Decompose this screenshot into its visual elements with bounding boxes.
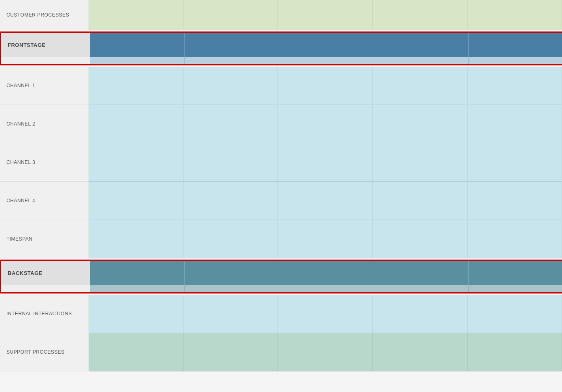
customer-processes-cell-2[interactable] [183, 0, 278, 30]
support-processes-cell-3[interactable] [278, 333, 373, 371]
backstage-sub-cell-5 [469, 285, 562, 292]
internal-interactions-cell-4[interactable] [373, 295, 467, 333]
customer-processes-cell-3[interactable] [278, 0, 373, 30]
frontstage-cell-5[interactable] [469, 33, 562, 57]
channel3-label: CHANNEL 3 [0, 143, 89, 182]
frontstage-section: FRONTSTAGE [0, 31, 562, 65]
channel1-cell-5[interactable] [467, 67, 562, 105]
timespan-label: TIMESPAN [0, 220, 89, 258]
internal-interactions-row: INTERNAL INTERACTIONS [0, 295, 562, 333]
backstage-sub-cell-1 [90, 285, 185, 292]
page-container: CUSTOMER PROCESSES FRONTSTAGE [0, 0, 562, 371]
channel3-text: CHANNEL 3 [6, 159, 35, 165]
frontstage-sub-cell-5 [469, 57, 562, 64]
frontstage-text: FRONTSTAGE [8, 42, 46, 48]
backstage-header-row: BACKSTAGE [1, 261, 562, 285]
channel1-row: CHANNEL 1 [0, 67, 562, 105]
channel2-label: CHANNEL 2 [0, 105, 89, 143]
frontstage-sub-cell-2 [185, 57, 279, 64]
channel2-row: CHANNEL 2 [0, 105, 562, 143]
support-processes-label: SUPPORT PROCESSES [0, 333, 89, 371]
channel4-cell-5[interactable] [467, 182, 562, 220]
backstage-cell-2[interactable] [185, 261, 279, 285]
timespan-cell-5[interactable] [467, 220, 562, 258]
channel4-cell-4[interactable] [373, 182, 467, 220]
internal-interactions-text: INTERNAL INTERACTIONS [6, 311, 72, 317]
channel2-cell-4[interactable] [373, 105, 467, 143]
channel4-cell-2[interactable] [183, 182, 278, 220]
channel3-cell-2[interactable] [183, 143, 278, 182]
channel2-cell-3[interactable] [278, 105, 373, 143]
channel2-cell-1[interactable] [89, 105, 183, 143]
support-processes-cell-2[interactable] [183, 333, 278, 371]
channel1-label: CHANNEL 1 [0, 67, 89, 105]
channel3-cell-3[interactable] [278, 143, 373, 182]
customer-processes-cell-4[interactable] [373, 0, 467, 30]
support-processes-row: SUPPORT PROCESSES [0, 333, 562, 371]
customer-processes-row: CUSTOMER PROCESSES [0, 0, 562, 30]
backstage-sub-cell-2 [185, 285, 279, 292]
channel3-cell-4[interactable] [373, 143, 467, 182]
channel1-cell-2[interactable] [183, 67, 278, 105]
frontstage-sub-cell-4 [374, 57, 469, 64]
timespan-cell-1[interactable] [89, 220, 183, 258]
backstage-sub-cell-4 [374, 285, 469, 292]
frontstage-cell-4[interactable] [374, 33, 469, 57]
backstage-section: BACKSTAGE [0, 260, 562, 293]
channel3-cell-5[interactable] [467, 143, 562, 182]
backstage-sub-label [1, 285, 90, 292]
channel1-text: CHANNEL 1 [6, 83, 35, 88]
internal-interactions-cell-1[interactable] [89, 295, 183, 333]
channel2-cell-2[interactable] [183, 105, 278, 143]
backstage-cell-3[interactable] [279, 261, 374, 285]
internal-interactions-cell-2[interactable] [183, 295, 278, 333]
timespan-cell-3[interactable] [278, 220, 373, 258]
frontstage-sub-cell-1 [90, 57, 185, 64]
customer-processes-label: CUSTOMER PROCESSES [0, 0, 89, 30]
frontstage-cell-1[interactable] [90, 33, 185, 57]
timespan-cell-2[interactable] [183, 220, 278, 258]
channel1-cell-1[interactable] [89, 67, 183, 105]
frontstage-sub-label [1, 57, 90, 64]
channel4-text: CHANNEL 4 [6, 198, 35, 203]
channel4-row: CHANNEL 4 [0, 182, 562, 220]
internal-interactions-cell-3[interactable] [278, 295, 373, 333]
frontstage-sub-row [1, 57, 562, 64]
support-processes-text: SUPPORT PROCESSES [6, 349, 65, 355]
backstage-cell-5[interactable] [469, 261, 562, 285]
channel4-label: CHANNEL 4 [0, 182, 89, 220]
customer-processes-text: CUSTOMER PROCESSES [6, 12, 69, 18]
timespan-row: TIMESPAN [0, 220, 562, 258]
channel1-cell-4[interactable] [373, 67, 467, 105]
backstage-sub-row [1, 285, 562, 292]
channel3-cell-1[interactable] [89, 143, 183, 182]
support-processes-cell-5[interactable] [467, 333, 562, 371]
channel3-row: CHANNEL 3 [0, 143, 562, 182]
support-processes-cell-1[interactable] [89, 333, 183, 371]
backstage-text: BACKSTAGE [8, 270, 42, 276]
customer-processes-cell-1[interactable] [89, 0, 183, 30]
frontstage-header-row: FRONTSTAGE [1, 33, 562, 57]
frontstage-sub-cell-3 [279, 57, 374, 64]
channel1-cell-3[interactable] [278, 67, 373, 105]
channel2-cell-5[interactable] [467, 105, 562, 143]
channel4-cell-1[interactable] [89, 182, 183, 220]
internal-interactions-label: INTERNAL INTERACTIONS [0, 295, 89, 333]
backstage-cell-4[interactable] [374, 261, 469, 285]
timespan-cell-4[interactable] [373, 220, 467, 258]
frontstage-cell-2[interactable] [185, 33, 279, 57]
backstage-sub-cell-3 [279, 285, 374, 292]
timespan-text: TIMESPAN [6, 236, 32, 242]
channel2-text: CHANNEL 2 [6, 121, 35, 127]
channel4-cell-3[interactable] [278, 182, 373, 220]
support-processes-cell-4[interactable] [373, 333, 467, 371]
backstage-label: BACKSTAGE [1, 261, 90, 285]
customer-processes-cell-5[interactable] [467, 0, 562, 30]
backstage-cell-1[interactable] [90, 261, 185, 285]
internal-interactions-cell-5[interactable] [467, 295, 562, 333]
frontstage-label: FRONTSTAGE [1, 33, 90, 57]
frontstage-cell-3[interactable] [279, 33, 374, 57]
